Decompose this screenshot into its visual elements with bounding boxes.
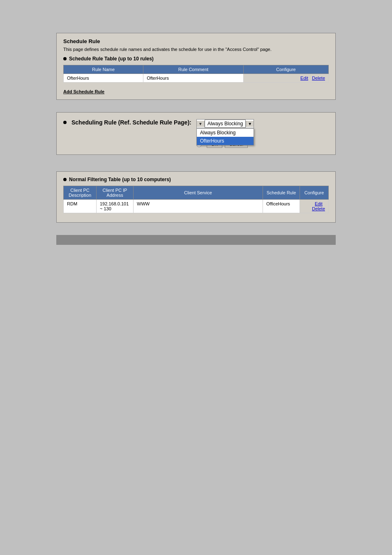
edit-link[interactable]: Edit [315,201,323,206]
dropdown-row: ▼ Always Blocking ▼ [196,119,254,128]
page-wrapper: Schedule Rule This page defines schedule… [0,0,392,555]
col-configure: Configure [300,186,329,200]
schedule-rule-table: Rule Name Rule Comment Configure OfterHo… [63,65,329,83]
dropdown-right-arrow[interactable]: ▼ [246,121,254,127]
configure-cell: Edit Delete [243,74,328,83]
rule-name-cell: OfterHours [64,74,143,83]
col-client-service: Client Service [134,186,263,200]
delete-link[interactable]: Delete [312,206,325,211]
col-configure: Configure [243,65,328,74]
filtering-section: Normal Filtering Table (up to 10 compute… [56,171,336,223]
scheduling-controls: ▼ Always Blocking ▼ Always Blocking Ofte… [196,119,254,148]
schedule-rule-desc: This page defines schedule rule names an… [63,47,329,52]
schedule-rule-section: Schedule Rule This page defines schedule… [56,33,336,100]
schedule-rule-cell: OfficeHours [263,200,300,213]
configure-cell: Edit Delete [300,200,329,213]
scheduling-row: Scheduling Rule (Ref. Schedule Rule Page… [63,119,329,148]
table-row: OfterHours OfterHours Edit Delete [64,74,329,83]
col-client-pc-ip: Client PC IP Address [97,186,134,200]
col-schedule-rule: Schedule Rule [263,186,300,200]
rule-comment-cell: OfterHours [143,74,244,83]
table-row: RDM 192.168.0.101 ~ 130 WWW OfficeHours … [64,200,329,213]
filtering-table-header: Normal Filtering Table (up to 10 compute… [63,177,329,182]
schedule-rule-title: Schedule Rule [63,38,329,44]
dropdown-selected-value[interactable]: Always Blocking [205,120,246,128]
client-pc-desc-cell: RDM [64,200,97,213]
bottom-bar [56,235,336,245]
dropdown-left-arrow: ▼ [197,121,205,127]
col-rule-comment: Rule Comment [143,65,244,74]
client-service-cell: WWW [134,200,263,213]
dropdown-option-ofterhours[interactable]: OfterHours [197,137,254,145]
schedule-rule-table-header: Schedule Rule Table (up to 10 rules) [63,56,329,62]
scheduling-dropdown-menu: Always Blocking OfterHours [196,128,254,145]
add-schedule-rule-link[interactable]: Add Schedule Rule [63,89,104,94]
edit-link[interactable]: Edit [300,76,308,81]
bullet-icon [63,121,67,124]
scheduling-rule-section: Scheduling Rule (Ref. Schedule Rule Page… [56,112,336,155]
col-client-pc-desc: Client PC Description [64,186,97,200]
bullet-icon [63,178,67,181]
delete-link[interactable]: Delete [312,76,325,81]
dropdown-option-always-blocking[interactable]: Always Blocking [197,129,254,137]
scheduling-rule-label: Scheduling Rule (Ref. Schedule Rule Page… [71,119,191,126]
client-pc-ip-cell: 192.168.0.101 ~ 130 [97,200,134,213]
filtering-table: Client PC Description Client PC IP Addre… [63,186,329,213]
bullet-icon [63,57,67,60]
col-rule-name: Rule Name [64,65,143,74]
